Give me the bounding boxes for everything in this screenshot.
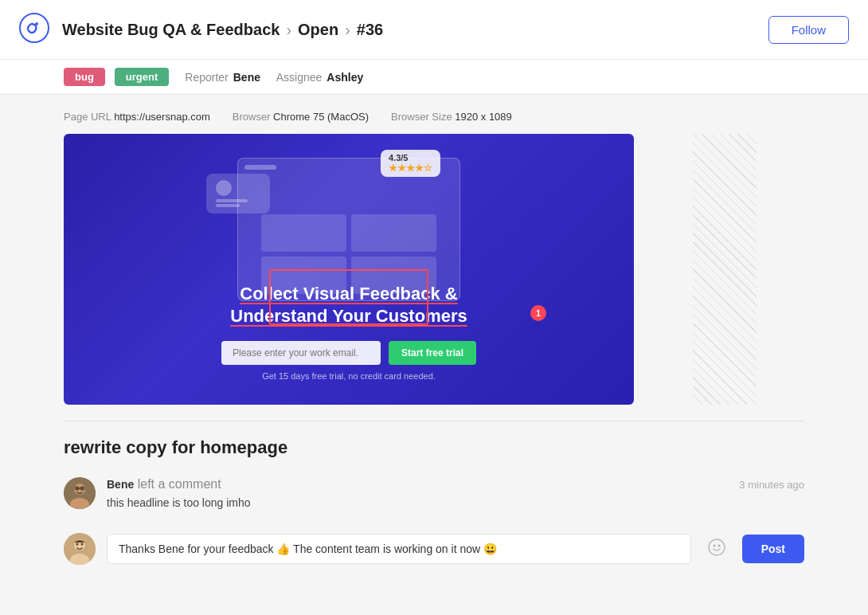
post-button[interactable]: Post <box>742 535 804 563</box>
logo[interactable] <box>19 13 49 46</box>
avatar-bene <box>64 477 96 509</box>
svg-point-17 <box>718 545 720 546</box>
reply-area: Post <box>64 533 804 565</box>
comment-body: Bene left a comment 3 minutes ago this h… <box>107 477 804 509</box>
notification-dot: 1 <box>530 305 546 321</box>
browser-value: Chrome 75 (MacOS) <box>273 111 369 123</box>
svg-point-0 <box>20 14 49 42</box>
comments-section: Bene left a comment 3 minutes ago this h… <box>64 477 804 565</box>
rating-badge: 4.3/5 ★★★★☆ <box>381 150 440 177</box>
comment-action: left a comment <box>138 477 221 491</box>
screenshot-wrapper: 4.3/5 ★★★★☆ 1 Collect Visual Feedback & … <box>64 134 693 405</box>
sc-cta-button[interactable]: Start free trial <box>389 341 476 365</box>
emoji-button[interactable] <box>702 538 731 561</box>
screenshot-bg: 4.3/5 ★★★★☆ 1 Collect Visual Feedback & … <box>64 134 634 405</box>
svg-point-5 <box>76 488 79 490</box>
sc-email-input[interactable] <box>221 341 381 365</box>
red-annotation <box>269 269 428 325</box>
assignee-name: Ashley <box>326 71 363 84</box>
sc-form: Start free trial <box>221 341 476 365</box>
issue-title: rewrite copy for homepage <box>64 437 804 458</box>
page-url-label: Page URL https://usersnap.com <box>64 111 210 123</box>
size-value: 1920 x 1089 <box>455 111 512 123</box>
breadcrumb-sep1: › <box>286 21 291 39</box>
assignee-label: Assignee <box>276 71 323 84</box>
grid-cell <box>351 214 436 252</box>
size-label: Browser Size 1920 x 1089 <box>391 111 512 123</box>
breadcrumb-sep2: › <box>345 21 350 39</box>
content-divider <box>64 421 804 421</box>
top-bar-left: Website Bug QA & Feedback › Open › #36 <box>19 13 383 46</box>
meta-sep <box>265 71 272 84</box>
sc-subtext: Get 15 days free trial, no credit card n… <box>262 371 436 381</box>
avatar-ashley <box>64 533 96 565</box>
chat-bubble <box>206 174 270 213</box>
screenshot: 4.3/5 ★★★★☆ 1 Collect Visual Feedback & … <box>64 134 634 405</box>
reporter-name: Bene <box>233 71 260 84</box>
tag-urgent[interactable]: urgent <box>115 68 169 86</box>
follow-button[interactable]: Follow <box>768 16 849 44</box>
grid-cell <box>261 214 346 252</box>
comment-author-action: Bene left a comment <box>107 477 221 492</box>
reporter-label: Reporter <box>185 71 228 84</box>
reply-input[interactable] <box>107 534 691 564</box>
svg-point-14 <box>81 543 84 546</box>
comment-text: this headline is too long imho <box>107 496 804 509</box>
comment-header: Bene left a comment 3 minutes ago <box>107 477 804 492</box>
hatch-pattern <box>693 134 757 405</box>
svg-point-6 <box>81 488 84 490</box>
svg-point-13 <box>76 543 79 546</box>
browser-label: Browser Chrome 75 (MacOS) <box>233 111 369 123</box>
breadcrumb: Website Bug QA & Feedback › Open › #36 <box>62 21 383 39</box>
svg-point-16 <box>714 545 715 546</box>
breadcrumb-status[interactable]: Open <box>298 21 338 39</box>
top-bar: Website Bug QA & Feedback › Open › #36 F… <box>0 0 868 60</box>
stars: ★★★★☆ <box>389 163 432 174</box>
svg-point-15 <box>709 539 725 555</box>
comment-time: 3 minutes ago <box>739 479 804 491</box>
page-meta: Page URL https://usersnap.com Browser Ch… <box>64 111 804 123</box>
content-area: Page URL https://usersnap.com Browser Ch… <box>0 95 868 581</box>
comment-author: Bene <box>107 478 134 491</box>
comment-item: Bene left a comment 3 minutes ago this h… <box>64 477 804 509</box>
svg-point-1 <box>35 22 38 25</box>
page-url-value: https://usersnap.com <box>114 111 210 123</box>
meta-bar: bug urgent Reporter Bene Assignee Ashley <box>0 60 868 95</box>
breadcrumb-id: #36 <box>357 21 383 39</box>
meta-info: Reporter Bene Assignee Ashley <box>185 71 363 84</box>
rating-value: 4.3/5 <box>389 153 432 163</box>
breadcrumb-project[interactable]: Website Bug QA & Feedback <box>62 21 280 39</box>
tag-bug[interactable]: bug <box>64 68 105 86</box>
